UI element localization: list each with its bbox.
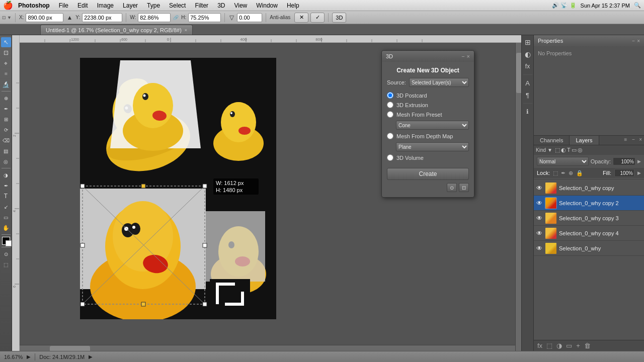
tab-layers[interactable]: Layers bbox=[570, 136, 599, 145]
properties-expand-btn[interactable]: − bbox=[632, 38, 635, 44]
layer-visibility-icon-2[interactable]: 👁 bbox=[536, 215, 543, 222]
opacity-arrow[interactable]: ▶ bbox=[637, 159, 641, 164]
fill-arrow[interactable]: ▶ bbox=[637, 170, 641, 175]
angle-input[interactable] bbox=[237, 13, 262, 22]
healing-tool[interactable]: ⊕ bbox=[1, 93, 11, 103]
styles-icon-btn[interactable]: fx bbox=[523, 61, 533, 71]
group-layers-btn[interactable]: ▭ bbox=[565, 342, 574, 349]
3d-filter-icon[interactable]: ⊡ bbox=[459, 183, 469, 192]
3d-create-button[interactable]: Create bbox=[387, 168, 469, 180]
layer-item-2[interactable]: 👁 Selection_0_why copy 3 bbox=[534, 211, 644, 226]
3d-panel-close[interactable]: × bbox=[467, 53, 470, 59]
eyedropper-tool[interactable]: 🔬 bbox=[1, 79, 11, 89]
properties-icon-btn[interactable]: ⊞ bbox=[523, 37, 533, 47]
document-tab[interactable]: Untitled-1 @ 16.7% (Selection_0_why copy… bbox=[40, 25, 193, 35]
scroll-thumb-horizontal[interactable] bbox=[50, 346, 90, 351]
layer-item-3[interactable]: 👁 Selection_0_why copy 4 bbox=[534, 226, 644, 241]
layer-visibility-icon-3[interactable]: 👁 bbox=[536, 230, 543, 237]
marquee-tool[interactable]: ⊡ bbox=[1, 48, 11, 58]
gradient-tool[interactable]: ▤ bbox=[1, 146, 11, 156]
shape-tool[interactable]: ▭ bbox=[1, 212, 11, 222]
text-tool[interactable]: T bbox=[1, 191, 11, 201]
eraser-tool[interactable]: ⌫ bbox=[1, 135, 11, 145]
menu-file[interactable]: File bbox=[55, 0, 72, 11]
cancel-transform-button[interactable]: ✕ bbox=[294, 13, 308, 23]
paragraph-panel-icon[interactable]: ¶ bbox=[523, 90, 533, 100]
layers-panel-menu[interactable]: ≡ bbox=[621, 136, 630, 145]
confirm-transform-button[interactable]: ✓ bbox=[310, 13, 325, 23]
layer-item-4[interactable]: 👁 Selection_0_why bbox=[534, 241, 644, 256]
layer-item-0[interactable]: 👁 Selection_0_why copy bbox=[534, 180, 644, 196]
layer-visibility-icon-4[interactable]: 👁 bbox=[536, 245, 543, 252]
lasso-tool[interactable]: ⌖ bbox=[1, 58, 11, 68]
blur-tool[interactable]: ◎ bbox=[1, 156, 11, 166]
crop-tool[interactable]: ⌗ bbox=[1, 69, 11, 79]
layer-visibility-icon-0[interactable]: 👁 bbox=[536, 185, 543, 192]
filter-shape-icon[interactable]: ▭ bbox=[572, 147, 577, 153]
3d-button[interactable]: 3D bbox=[332, 13, 346, 23]
3d-volume-radio[interactable] bbox=[387, 154, 393, 161]
filter-adj-icon[interactable]: ◐ bbox=[561, 147, 566, 153]
filter-pixel-icon[interactable]: ⬚ bbox=[555, 147, 560, 153]
layers-panel-collapse[interactable]: − bbox=[630, 136, 637, 145]
layer-visibility-icon-1[interactable]: 👁 bbox=[536, 200, 543, 207]
tab-close-button[interactable]: × bbox=[185, 28, 187, 33]
status-arrow[interactable]: ▶ bbox=[89, 354, 93, 359]
quick-mask-btn[interactable]: ⊙ bbox=[1, 249, 11, 259]
3d-depth-map-radio[interactable] bbox=[387, 133, 393, 139]
move-tool[interactable]: ↖ bbox=[1, 37, 11, 47]
3d-panel-minimize[interactable]: − bbox=[461, 53, 464, 59]
menu-image[interactable]: Image bbox=[93, 0, 118, 11]
3d-source-select[interactable]: Selected Layer(s) bbox=[409, 78, 469, 87]
layer-item-1[interactable]: 👁 Selection_0_why copy 2 bbox=[534, 196, 644, 211]
opacity-input[interactable] bbox=[613, 157, 635, 165]
menu-edit[interactable]: Edit bbox=[73, 0, 92, 11]
text-panel-icon[interactable]: A bbox=[523, 78, 533, 88]
3d-extrusion-radio[interactable] bbox=[387, 102, 393, 108]
properties-close-btn[interactable]: × bbox=[637, 38, 640, 44]
3d-mesh-preset-radio[interactable] bbox=[387, 111, 393, 118]
lock-all-icon[interactable]: 🔒 bbox=[576, 170, 583, 176]
search-icon[interactable]: 🔍 bbox=[634, 2, 641, 9]
lock-transparent-icon[interactable]: ⬚ bbox=[553, 170, 558, 176]
adjustments-icon-btn[interactable]: ◐ bbox=[523, 49, 533, 59]
info-panel-icon[interactable]: ℹ bbox=[523, 107, 533, 117]
add-mask-btn[interactable]: ⬚ bbox=[545, 342, 554, 349]
3d-postcard-radio[interactable] bbox=[387, 92, 393, 99]
lock-position-icon[interactable]: ⊕ bbox=[569, 170, 573, 176]
hand-tool[interactable]: ✋ bbox=[1, 223, 11, 233]
dodge-tool[interactable]: ◑ bbox=[1, 170, 11, 180]
add-style-btn[interactable]: fx bbox=[536, 342, 544, 349]
3d-mesh-preset-select[interactable]: Cone bbox=[396, 121, 469, 130]
adjustment-layer-btn[interactable]: ◑ bbox=[555, 342, 564, 349]
background-color[interactable] bbox=[6, 240, 12, 246]
x-input[interactable] bbox=[26, 13, 63, 22]
layers-panel-close[interactable]: × bbox=[637, 136, 644, 145]
3d-scene-icon[interactable]: ⊙ bbox=[447, 183, 457, 192]
scroll-bar-horizontal[interactable] bbox=[20, 345, 515, 351]
menu-window[interactable]: Window bbox=[252, 0, 282, 11]
brush-tool[interactable]: ✒ bbox=[1, 104, 11, 114]
menu-filter[interactable]: Filter bbox=[191, 0, 212, 11]
path-tool[interactable]: ↙ bbox=[1, 202, 11, 212]
filter-smart-icon[interactable]: ◎ bbox=[578, 147, 583, 153]
apple-menu[interactable]: 🍎 bbox=[3, 1, 13, 10]
history-tool[interactable]: ⟳ bbox=[1, 125, 11, 135]
screen-mode-btn[interactable]: ⬚ bbox=[1, 259, 11, 269]
lock-paint-icon[interactable]: ✒ bbox=[561, 170, 566, 176]
tab-channels[interactable]: Channels bbox=[534, 136, 570, 145]
fill-input[interactable] bbox=[614, 169, 634, 177]
h-input[interactable] bbox=[188, 13, 221, 22]
menu-help[interactable]: Help bbox=[283, 0, 303, 11]
menu-view[interactable]: View bbox=[230, 0, 251, 11]
scroll-thumb-vertical[interactable] bbox=[516, 53, 521, 93]
new-layer-btn[interactable]: + bbox=[575, 342, 582, 349]
y-input[interactable] bbox=[82, 13, 122, 22]
3d-plane-select[interactable]: Plane bbox=[396, 142, 469, 151]
zoom-icon[interactable]: ▶ bbox=[27, 354, 31, 359]
menu-layer[interactable]: Layer bbox=[119, 0, 142, 11]
scroll-bar-vertical[interactable] bbox=[515, 43, 521, 351]
delete-layer-btn[interactable]: 🗑 bbox=[583, 342, 592, 349]
foreground-color[interactable] bbox=[2, 237, 10, 245]
blend-mode-select[interactable]: Normal bbox=[537, 157, 589, 166]
